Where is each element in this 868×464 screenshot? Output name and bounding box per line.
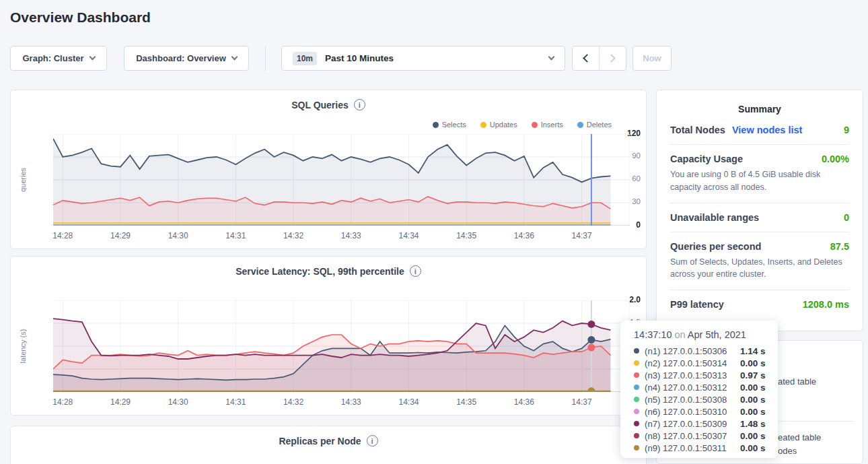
summary-value: 9 xyxy=(844,125,849,135)
chevron-right-icon xyxy=(607,54,616,63)
legend-label: Selects xyxy=(442,121,466,129)
series-color-dot xyxy=(634,372,639,378)
x-axis-tick: 14:29 xyxy=(104,231,137,240)
summary-panel: Summary Total Nodes View nodes list 9 Ca… xyxy=(656,90,863,331)
tooltip-node-value: 0.97 s xyxy=(740,370,766,380)
sql-queries-plot[interactable] xyxy=(53,134,630,226)
summary-row-queries-per-second: Queries per second 87.5 Sum of Selects, … xyxy=(670,232,849,291)
tooltip-node-address: (n1) 127.0.0.1:50306 xyxy=(645,346,740,356)
summary-value: 0 xyxy=(844,212,849,223)
tooltip-node-value: 1.48 s xyxy=(740,419,766,429)
events-divider xyxy=(778,421,853,422)
summary-description: Sum of Selects, Updates, Inserts, and De… xyxy=(670,256,849,281)
chart-legend: SelectsUpdatesInsertsDeletes xyxy=(433,121,612,129)
tooltip-node-row: (n8) 127.0.0.1:503070.00 s xyxy=(634,430,778,442)
x-axis-tick: 14:33 xyxy=(334,397,368,407)
series-color-dot xyxy=(634,433,639,438)
legend-dot xyxy=(480,122,486,128)
series-color-dot xyxy=(634,409,639,414)
series-color-dot xyxy=(634,385,639,390)
chevron-down-icon xyxy=(231,54,238,61)
tooltip-node-value: 0.00 s xyxy=(740,431,766,441)
event-item-fragment: eated table xyxy=(778,432,821,442)
tooltip-node-address: (n6) 127.0.0.1:50310 xyxy=(645,407,740,417)
summary-title: Summary xyxy=(670,101,849,116)
legend-item-updates[interactable]: Updates xyxy=(480,121,517,129)
x-axis-tick: 14:29 xyxy=(104,397,137,407)
x-axis-tick: 14:30 xyxy=(161,397,195,407)
x-axis-tick: 14:35 xyxy=(449,231,483,240)
chart-title: Service Latency: SQL, 99th percentile xyxy=(11,265,646,277)
tooltip-node-address: (n4) 127.0.0.1:50312 xyxy=(645,383,740,393)
time-next-button[interactable] xyxy=(599,46,626,70)
tooltip-node-address: (n2) 127.0.0.1:50314 xyxy=(645,358,740,368)
now-button[interactable]: Now xyxy=(632,46,672,71)
summary-label: Unavailable ranges xyxy=(670,212,759,223)
x-axis-tick: 14:34 xyxy=(392,231,425,240)
legend-label: Inserts xyxy=(541,121,563,129)
legend-item-inserts[interactable]: Inserts xyxy=(532,121,563,129)
time-step-buttons xyxy=(572,46,626,71)
chart-title-text: SQL Queries xyxy=(291,100,349,110)
tooltip-node-value: 1.14 s xyxy=(740,346,766,356)
chart-title: Replicas per Node xyxy=(11,435,646,446)
chart-hover-tooltip: 14:37:10 on Apr 5th, 2021 (n1) 127.0.0.1… xyxy=(620,321,778,458)
tooltip-node-value: 0.00 s xyxy=(740,443,766,453)
summary-value: 87.5 xyxy=(830,241,849,252)
x-axis-tick: 14:28 xyxy=(46,231,79,240)
tooltip-node-value: 0.00 s xyxy=(740,395,766,405)
tooltip-time: 14:37:10 xyxy=(634,329,672,340)
toolbar-divider xyxy=(265,46,266,71)
chart-title-text: Replicas per Node xyxy=(279,436,361,446)
x-axis-tick: 14:32 xyxy=(277,231,310,240)
series-color-dot xyxy=(634,445,639,451)
x-axis-tick: 14:31 xyxy=(219,397,252,407)
tooltip-node-address: (n3) 127.0.0.1:50313 xyxy=(645,370,740,380)
tooltip-timestamp: 14:37:10 on Apr 5th, 2021 xyxy=(634,329,778,340)
time-range-dropdown[interactable]: 10m Past 10 Minutes xyxy=(281,46,565,71)
graph-dropdown-label: Graph: Cluster xyxy=(22,53,83,63)
x-axis-tick: 14:37 xyxy=(565,397,599,407)
summary-label: Queries per second xyxy=(670,241,761,252)
chart-title-text: Service Latency: SQL, 99th percentile xyxy=(236,266,404,277)
tooltip-node-row: (n2) 127.0.0.1:503140.00 s xyxy=(634,357,778,369)
x-axis-tick: 14:37 xyxy=(565,231,599,240)
series-color-dot xyxy=(634,421,639,426)
x-axis-tick: 14:30 xyxy=(161,231,195,240)
info-icon[interactable] xyxy=(410,265,421,277)
toolbar: Graph: Cluster Dashboard: Overview 10m P… xyxy=(0,46,868,71)
tooltip-node-row: (n4) 127.0.0.1:503120.00 s xyxy=(634,381,778,393)
summary-row-p99-latency: P99 latency 1208.0 ms xyxy=(670,290,849,319)
tooltip-node-address: (n9) 127.0.0.1:50311 xyxy=(645,443,740,453)
summary-description: You are using 0 B of 4.5 GiB usable disk… xyxy=(670,168,849,194)
tooltip-node-value: 0.00 s xyxy=(740,358,766,368)
time-range-badge: 10m xyxy=(293,52,317,65)
summary-label: P99 latency xyxy=(670,299,724,310)
dashboard-dropdown[interactable]: Dashboard: Overview xyxy=(124,46,249,71)
service-latency-plot[interactable] xyxy=(53,300,630,392)
tooltip-node-row: (n9) 127.0.0.1:503110.00 s xyxy=(634,442,778,454)
summary-value: 1208.0 ms xyxy=(803,299,849,310)
legend-label: Updates xyxy=(490,121,517,129)
legend-item-deletes[interactable]: Deletes xyxy=(577,121,612,129)
summary-label: Total Nodes xyxy=(670,125,725,135)
dashboard-dropdown-label: Dashboard: Overview xyxy=(136,53,226,63)
graph-dropdown[interactable]: Graph: Cluster xyxy=(10,46,107,71)
tooltip-node-row: (n6) 127.0.0.1:503100.00 s xyxy=(634,405,778,418)
info-icon[interactable] xyxy=(354,99,365,110)
service-latency-chart-card: Service Latency: SQL, 99th percentile la… xyxy=(10,256,647,416)
x-axis-tick: 14:35 xyxy=(449,397,483,407)
tooltip-node-address: (n5) 127.0.0.1:50308 xyxy=(645,395,740,405)
legend-dot xyxy=(577,122,583,128)
x-axis-tick: 14:36 xyxy=(507,397,541,407)
time-prev-button[interactable] xyxy=(573,46,599,70)
event-item-fragment: ated table xyxy=(778,376,816,387)
info-icon[interactable] xyxy=(367,435,378,446)
legend-dot xyxy=(532,122,538,128)
view-nodes-list-link[interactable]: View nodes list xyxy=(732,125,803,135)
tooltip-date: Apr 5th, 2021 xyxy=(688,329,746,340)
summary-row-capacity-usage: Capacity Usage 0.00% You are using 0 B o… xyxy=(670,145,849,203)
legend-item-selects[interactable]: Selects xyxy=(433,121,466,129)
chevron-down-icon xyxy=(89,54,96,61)
tooltip-node-address: (n7) 127.0.0.1:50309 xyxy=(645,419,740,429)
